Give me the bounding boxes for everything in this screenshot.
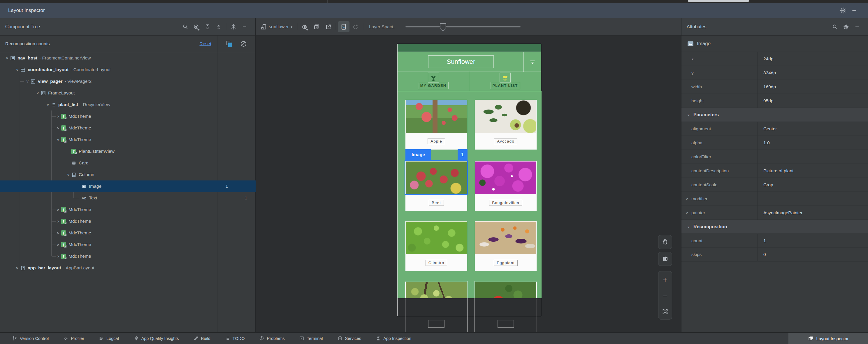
- chevron-collapsed-icon[interactable]: >: [55, 254, 61, 258]
- tool-button-todo[interactable]: TODO: [225, 336, 245, 341]
- chevron-expanded-icon[interactable]: >: [66, 172, 70, 178]
- chevron-collapsed-icon[interactable]: >: [55, 231, 61, 235]
- zoom-fit-icon[interactable]: [662, 308, 668, 315]
- snapshot-icon[interactable]: [311, 21, 322, 32]
- clear-counts-icon[interactable]: [241, 41, 246, 46]
- tree-row-nav-host[interactable]: > nav_host- FragmentContainerView: [0, 52, 256, 64]
- process-selector[interactable]: sunflower ▾: [261, 24, 292, 30]
- collapse-all-icon[interactable]: [213, 21, 224, 32]
- layout-inspector-window: Layout Inspector Component Tree Recompos…: [0, 0, 868, 344]
- tree-row-mdctheme[interactable]: > ƒ MdcTheme: [0, 250, 256, 262]
- text-icon: Ab: [81, 195, 87, 200]
- layer-spacing-label: Layer Spaci...: [369, 24, 397, 29]
- section-parameters[interactable]: >Parameters: [681, 107, 868, 122]
- tool-button-build[interactable]: Build: [193, 336, 211, 341]
- tree-row-mdctheme[interactable]: > ƒ MdcTheme: [0, 227, 256, 239]
- selection-border: [405, 160, 468, 195]
- plant-card-eggplant[interactable]: Eggplant: [475, 221, 536, 271]
- tool-button-services[interactable]: Services: [338, 336, 362, 341]
- slider-thumb[interactable]: [440, 23, 446, 31]
- chevron-collapsed-icon[interactable]: >: [685, 211, 689, 215]
- tree-row-frame-layout[interactable]: > FrameLayout: [0, 87, 256, 99]
- chevron-collapsed-icon[interactable]: >: [55, 243, 61, 247]
- chevron-expanded-icon[interactable]: >: [5, 55, 9, 61]
- minimize-icon[interactable]: [849, 5, 860, 16]
- plant-card-avocado[interactable]: Avocado: [475, 100, 536, 150]
- tool-button-layout-inspector[interactable]: Layout Inspector: [788, 333, 868, 344]
- tree-row-image[interactable]: > Image 1: [0, 181, 256, 192]
- tree-row-mdctheme[interactable]: > ƒ MdcTheme: [0, 111, 256, 122]
- tab-plant-list[interactable]: PLANT LIST: [469, 71, 541, 91]
- search-icon[interactable]: [180, 21, 191, 32]
- chevron-collapsed-icon[interactable]: >: [55, 219, 61, 224]
- view-options-button[interactable]: [299, 21, 311, 32]
- live-updates-toggle[interactable]: [338, 21, 349, 32]
- minimize-icon[interactable]: [852, 21, 863, 32]
- tool-window-title: Layout Inspector: [8, 7, 45, 13]
- tree-row-mdctheme[interactable]: > ƒ MdcTheme: [0, 122, 256, 134]
- reset-counts-link[interactable]: Reset: [200, 41, 212, 46]
- tool-button-logcat[interactable]: Logcat: [99, 336, 119, 341]
- plant-card-apple[interactable]: Apple: [405, 100, 467, 150]
- device-screen[interactable]: Sunflower MY GARDEN PLANT LIST Apple: [397, 44, 541, 316]
- attribute-row-expandable: >painterAsyncImagePainter: [681, 206, 868, 220]
- tool-button-version-control[interactable]: Version Control: [12, 336, 49, 341]
- gear-icon[interactable]: [228, 21, 239, 32]
- popout-icon[interactable]: [322, 21, 334, 32]
- chevron-collapsed-icon[interactable]: >: [14, 266, 20, 270]
- chevron-expanded-icon[interactable]: >: [36, 90, 40, 96]
- plant-card-cilantro[interactable]: Cilantro: [405, 221, 467, 271]
- tree-row-mdctheme[interactable]: > ƒ MdcTheme: [0, 215, 256, 227]
- rotation-button[interactable]: [658, 252, 672, 266]
- tool-button-app-quality-insights[interactable]: App Quality Insights: [134, 336, 179, 341]
- minimize-icon[interactable]: [239, 21, 250, 32]
- tree-row-coordinator-layout[interactable]: > coordinator_layout- CoordinatorLayout: [0, 64, 256, 75]
- tree-row-column[interactable]: > Column: [0, 169, 256, 181]
- filter-icon[interactable]: [524, 52, 541, 72]
- section-recomposition[interactable]: >Recomposition: [681, 220, 868, 233]
- tree-row-card[interactable]: > Card: [0, 157, 256, 169]
- recomposition-highlight-icon[interactable]: [226, 41, 232, 47]
- tree-row-app-bar-layout[interactable]: > app_bar_layout- AppBarLayout: [0, 262, 256, 274]
- chevron-expanded-icon[interactable]: >: [56, 137, 60, 143]
- chevron-expanded-icon[interactable]: >: [15, 67, 20, 72]
- tree-row-mdctheme[interactable]: > ƒ MdcTheme: [0, 204, 256, 215]
- plant-card-bougainvillea[interactable]: Bougainvillea: [475, 161, 536, 211]
- tool-button-terminal[interactable]: Terminal: [299, 336, 323, 341]
- tool-button-profiler[interactable]: Profiler: [63, 336, 84, 341]
- compose-icon: ƒ: [61, 125, 66, 131]
- search-icon[interactable]: [830, 21, 841, 32]
- chevron-collapsed-icon[interactable]: >: [55, 114, 61, 119]
- tree-row-view-pager[interactable]: > view_pager- ViewPager2: [0, 75, 256, 87]
- chevron-expanded-icon[interactable]: >: [25, 79, 30, 84]
- zoom-out-icon[interactable]: −: [663, 292, 667, 300]
- expand-all-icon[interactable]: [202, 21, 213, 32]
- chevron-expanded-icon[interactable]: >: [46, 102, 50, 107]
- tree-row-mdctheme[interactable]: > ƒ MdcTheme: [0, 134, 256, 146]
- zoom-in-icon[interactable]: +: [663, 276, 667, 283]
- chevron-collapsed-icon[interactable]: >: [55, 208, 61, 212]
- toolbar-separator: [226, 23, 226, 30]
- pan-button[interactable]: [658, 235, 672, 249]
- gear-icon[interactable]: [841, 21, 852, 32]
- refresh-icon[interactable]: [349, 21, 361, 32]
- chevron-collapsed-icon[interactable]: >: [685, 196, 689, 201]
- compose-icon: ƒ: [61, 230, 66, 236]
- attributes-header: Attributes: [681, 19, 868, 36]
- attribute-row: alpha1.0: [681, 135, 868, 150]
- tree-row-mdctheme[interactable]: > ƒ MdcTheme: [0, 239, 256, 250]
- tree-row-text[interactable]: > Ab Text 1: [0, 192, 256, 204]
- tool-button-problems[interactable]: Problems: [259, 336, 284, 341]
- visibility-icon[interactable]: [191, 21, 202, 32]
- layer-spacing-slider[interactable]: [405, 26, 521, 27]
- render-canvas[interactable]: Sunflower MY GARDEN PLANT LIST Apple: [256, 36, 681, 332]
- tool-button-app-inspection[interactable]: App Inspection: [376, 336, 411, 341]
- chevron-collapsed-icon[interactable]: >: [55, 126, 61, 130]
- image-icon: [81, 184, 87, 189]
- selection-tag: Image: [405, 149, 431, 160]
- gear-icon[interactable]: [838, 5, 849, 16]
- tree-row-plant-list[interactable]: > plant_list- RecyclerView: [0, 99, 256, 111]
- compose-icon: ƒ: [61, 207, 66, 212]
- tab-my-garden[interactable]: MY GARDEN: [398, 71, 469, 91]
- tree-row-plant-list-item-view[interactable]: > ƒ PlantListItemView: [0, 146, 256, 157]
